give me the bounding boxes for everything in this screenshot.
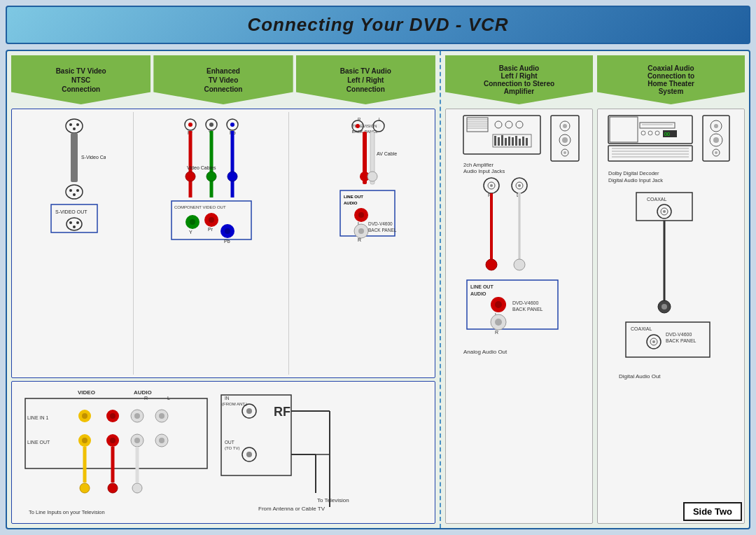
svg-point-74 [82, 413, 88, 419]
svg-rect-133 [522, 137, 524, 146]
svg-point-15 [73, 225, 76, 228]
header-enhanced-tv-video: EnhancedTV VideoConnection [153, 55, 293, 104]
svg-rect-4 [71, 133, 78, 182]
svg-point-6 [66, 185, 83, 199]
svg-text:Y: Y [189, 230, 192, 235]
svg-text:Digital Audio Out: Digital Audio Out [619, 373, 661, 380]
svg-point-48 [356, 124, 360, 128]
svg-point-123 [516, 121, 523, 128]
svg-text:BACK PANEL: BACK PANEL [666, 338, 696, 343]
svg-text:RF: RF [274, 405, 290, 419]
svg-point-41 [225, 228, 230, 234]
svg-point-60 [358, 212, 364, 218]
coaxial-audio-diagram: 00 [597, 109, 745, 524]
svg-text:AUDIO: AUDIO [344, 201, 358, 205]
svg-point-0 [66, 119, 83, 133]
svg-point-85 [110, 438, 115, 443]
svg-point-2 [76, 123, 79, 126]
basic-audio-stereo-diagram: 2ch Amplifier Audio Input Jacks R L [445, 109, 593, 524]
svg-text:S-VIDEO OUT: S-VIDEO OUT [55, 209, 88, 214]
svg-point-80 [159, 413, 164, 419]
svg-point-9 [73, 193, 76, 196]
svg-point-29 [186, 172, 195, 181]
svg-text:DVD-V4600: DVD-V4600 [368, 221, 393, 226]
svg-point-35 [190, 219, 195, 225]
page-title: Connecting Your DVD - VCR [21, 14, 735, 36]
svg-point-78 [134, 413, 140, 419]
svg-rect-170 [610, 117, 638, 142]
svg-point-174 [648, 131, 652, 135]
svg-point-164 [495, 319, 502, 326]
svideo-diagram: S-Video Cable S-VIDEO OUT [15, 112, 134, 375]
svg-text:OUT: OUT [225, 440, 234, 445]
svg-text:To Line Inputs on your Televis: To Line Inputs on your Television [29, 509, 105, 515]
svg-point-14 [76, 221, 79, 224]
svg-point-87 [134, 438, 140, 443]
svg-point-55 [368, 172, 377, 181]
svg-point-83 [82, 438, 88, 443]
header-coaxial-audio: Coaxial AudioConnection toHome TheaterSy… [597, 55, 745, 104]
svg-point-38 [209, 217, 214, 223]
svg-text:Digital Audio Input Jack: Digital Audio Input Jack [608, 177, 663, 183]
header-basic-tv-video: Basic TV VideoNTSCConnection [11, 55, 150, 104]
svg-rect-126 [498, 137, 500, 146]
svg-text:IN: IN [225, 396, 230, 401]
svg-text:S-Video Cable: S-Video Cable [81, 155, 106, 160]
svg-point-204 [652, 340, 655, 343]
svg-text:L: L [167, 396, 170, 401]
svg-text:LINE OUT: LINE OUT [470, 284, 493, 289]
svg-point-99 [246, 452, 252, 457]
svg-point-182 [713, 137, 719, 143]
svg-rect-134 [526, 138, 528, 146]
svg-text:COAXAL: COAXAL [647, 197, 667, 202]
left-panel: Basic TV VideoNTSCConnection EnhancedTV … [7, 51, 441, 528]
svg-text:R: R [144, 396, 148, 401]
svg-point-161 [495, 301, 502, 308]
svg-point-31 [227, 172, 237, 181]
svg-text:VIDEO: VIDEO [78, 389, 95, 396]
svg-point-76 [110, 413, 115, 419]
svg-text:LINE IN 1: LINE IN 1 [27, 415, 48, 420]
svg-text:Pr: Pr [208, 227, 214, 232]
svg-rect-114 [463, 116, 540, 154]
svg-point-180 [714, 124, 718, 128]
svg-point-95 [246, 408, 252, 414]
svg-text:LINE OUT: LINE OUT [27, 440, 50, 445]
svg-point-89 [159, 438, 164, 443]
svg-point-199 [662, 304, 667, 310]
svg-text:AUDIO: AUDIO [470, 291, 486, 296]
svg-point-146 [490, 184, 493, 187]
svg-text:AUDIO: AUDIO [134, 389, 152, 396]
main-content: Basic TV VideoNTSCConnection EnhancedTV … [6, 50, 750, 529]
svg-point-184 [715, 151, 718, 154]
svg-point-141 [564, 151, 566, 154]
svg-rect-127 [501, 135, 503, 146]
component-diagram: Pr Y Pb Video Cables [135, 112, 289, 375]
right-panel: Basic AudioLeft / RightConnection to Ste… [441, 51, 749, 528]
svg-point-63 [358, 228, 364, 234]
svg-text:COMPONENT VIDEO OUT: COMPONENT VIDEO OUT [174, 205, 226, 209]
svg-text:2ch Amplifier: 2ch Amplifier [463, 162, 493, 168]
header-basic-tv-audio: Basic TV AudioLeft / RightConnection [296, 55, 435, 104]
svg-point-50 [377, 124, 381, 128]
svg-point-1 [69, 123, 72, 126]
svg-rect-125 [494, 136, 496, 146]
svg-point-103 [108, 483, 118, 493]
header-basic-audio-stereo: Basic AudioLeft / RightConnection to Ste… [445, 55, 593, 104]
svg-point-155 [486, 259, 497, 270]
svg-text:BACK PANEL: BACK PANEL [368, 228, 397, 232]
svg-text:To Television: To Television [317, 497, 349, 503]
svg-text:COAXIAL: COAXIAL [631, 326, 652, 331]
svg-point-17 [188, 123, 192, 127]
svg-text:Analog Audio Out: Analog Audio Out [463, 349, 507, 355]
svg-point-173 [641, 131, 645, 135]
svg-point-105 [132, 483, 142, 493]
svg-text:AV Cable: AV Cable [377, 151, 397, 156]
title-bar: Connecting Your DVD - VCR [6, 6, 750, 44]
svg-point-175 [655, 131, 659, 135]
svg-text:(FROM ANT.): (FROM ANT.) [222, 402, 247, 406]
svg-point-30 [206, 172, 216, 181]
svg-point-101 [80, 483, 90, 493]
svg-text:R: R [495, 330, 498, 335]
svg-point-12 [66, 218, 82, 230]
